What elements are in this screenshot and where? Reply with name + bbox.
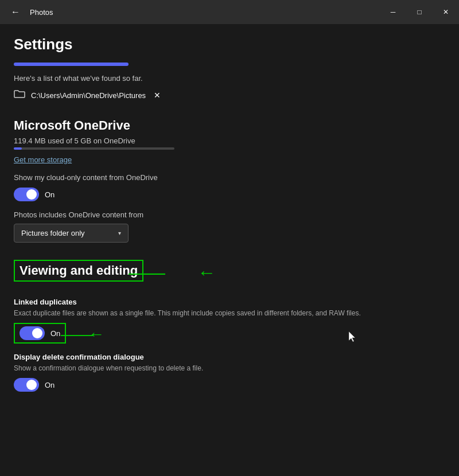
toggle-thumb-3: [26, 380, 37, 390]
linked-duplicates-toggle-box: On: [14, 323, 66, 344]
folder-item: C:\Users\Admin\OneDrive\Pictures ✕: [14, 89, 445, 101]
viewing-editing-heading-box: Viewing and editing: [14, 260, 143, 282]
folder-icon: [14, 89, 25, 101]
annotation-arrow-1: ←: [197, 262, 216, 283]
linked-duplicates-title: Linked duplicates: [14, 298, 445, 306]
delete-confirmation-block: Display delete confirmation dialogue Sho…: [14, 353, 445, 392]
cloud-toggle-row: On: [14, 188, 445, 201]
title-bar: ← Photos ─ □ ✕: [0, 0, 459, 24]
linked-duplicates-toggle-label: On: [50, 329, 60, 338]
pictures-folder-dropdown[interactable]: Pictures folder only ▾: [14, 224, 129, 243]
folder-path: C:\Users\Admin\OneDrive\Pictures: [31, 91, 146, 100]
chevron-down-icon: ▾: [118, 230, 121, 236]
storage-text: 119.4 MB used of 5 GB on OneDrive: [14, 136, 445, 145]
toggle-thumb-2: [32, 328, 42, 338]
page-title: Settings: [14, 36, 445, 53]
settings-content: Settings Here's a list of what we've fou…: [0, 24, 459, 412]
storage-bar-fill: [14, 147, 22, 150]
onedrive-section-title: Microsoft OneDrive: [14, 118, 445, 133]
cloud-toggle-label: On: [45, 190, 55, 199]
delete-toggle-label: On: [45, 381, 55, 389]
window-controls: ─ □ ✕: [380, 0, 459, 24]
more-storage-link[interactable]: Get more storage: [14, 155, 72, 164]
maximize-button[interactable]: □: [406, 0, 433, 24]
viewing-editing-title: Viewing and editing: [20, 263, 138, 278]
onedrive-content-dropdown-row: Photos includes OneDrive content from Pi…: [14, 210, 445, 243]
cloud-toggle[interactable]: [14, 188, 39, 201]
dropdown-value: Pictures folder only: [21, 229, 85, 237]
toggle-thumb: [26, 189, 37, 200]
minimize-button[interactable]: ─: [380, 0, 406, 24]
back-button[interactable]: ←: [7, 3, 24, 21]
linked-duplicates-desc: Exact duplicate files are shown as a sin…: [14, 308, 445, 318]
linked-duplicates-toggle[interactable]: [20, 326, 45, 340]
folder-remove-button[interactable]: ✕: [154, 91, 161, 100]
storage-bar: [14, 147, 174, 150]
annotation-line-1: ——: [129, 262, 165, 283]
progress-bar: [14, 63, 129, 66]
toggle-track-2: [20, 326, 45, 340]
delete-toggle-row: On: [14, 378, 445, 392]
toggle-track: [14, 188, 39, 201]
close-button[interactable]: ✕: [433, 0, 459, 24]
found-text: Here's a list of what we've found so far…: [14, 74, 445, 83]
title-bar-left: ← Photos: [7, 3, 53, 21]
linked-duplicates-block: Linked duplicates Exact duplicate files …: [14, 298, 445, 344]
show-cloud-label: Show my cloud-only content from OneDrive: [14, 173, 445, 182]
delete-confirmation-title: Display delete confirmation dialogue: [14, 353, 445, 361]
includes-from-label: Photos includes OneDrive content from: [14, 210, 445, 219]
delete-toggle[interactable]: [14, 378, 39, 392]
annotation-line-2: ——: [61, 325, 93, 344]
toggle-track-3: [14, 378, 39, 392]
delete-confirmation-desc: Show a confirmation dialogue when reques…: [14, 363, 445, 373]
app-title: Photos: [30, 8, 53, 17]
